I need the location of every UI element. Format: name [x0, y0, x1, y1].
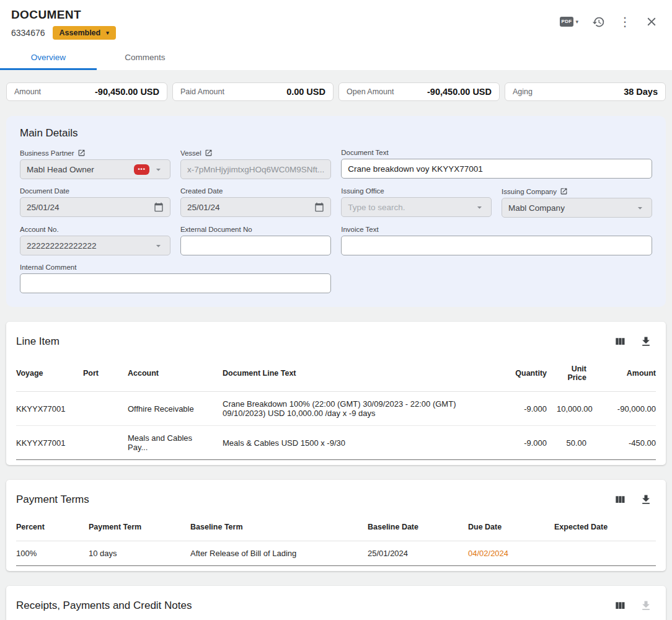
- summary-value: -90,450.00 USD: [95, 87, 159, 97]
- summary-cards: Amount -90,450.00 USD Paid Amount 0.00 U…: [6, 70, 666, 101]
- close-button[interactable]: [641, 11, 662, 32]
- vessel-value: x-7pMnHjyjimtxgHOq6WC0M9SNft...: [187, 165, 324, 174]
- cell-voyage: KKYYX77001: [16, 392, 78, 426]
- chevron-down-icon: [153, 241, 164, 251]
- more-options-chip[interactable]: •••: [134, 164, 149, 175]
- field-created-date: Created Date 25/01/24: [180, 187, 331, 218]
- issuing-office-placeholder: Type to search.: [348, 203, 471, 212]
- summary-value: 38 Days: [624, 87, 658, 97]
- view-columns-icon: [614, 494, 626, 506]
- main-details-title: Main Details: [20, 127, 652, 140]
- created-date-label: Created Date: [180, 187, 223, 195]
- col-account[interactable]: Account: [123, 355, 218, 392]
- open-in-new-icon[interactable]: [77, 149, 86, 157]
- document-date-input[interactable]: 25/01/24: [20, 197, 170, 217]
- field-invoice-text: Invoice Text: [341, 226, 652, 255]
- pdf-export-button[interactable]: PDF ▾: [556, 13, 582, 30]
- download-icon: [640, 494, 652, 506]
- receipts-section: Receipts, Payments and Credit Notes Docu…: [6, 586, 666, 620]
- tab-overview[interactable]: Overview: [0, 46, 97, 70]
- document-text-label: Document Text: [341, 149, 389, 156]
- tab-comments[interactable]: Comments: [97, 46, 193, 70]
- receipts-title: Receipts, Payments and Credit Notes: [16, 600, 192, 612]
- issuing-company-select[interactable]: Mabl Company: [502, 198, 652, 218]
- field-account-no: Account No. 222222222222222: [20, 226, 170, 255]
- summary-card-amount: Amount -90,450.00 USD: [6, 82, 167, 101]
- calendar-icon[interactable]: [154, 202, 164, 212]
- cell-port: [78, 392, 123, 426]
- cell-port: [78, 426, 123, 460]
- columns-button[interactable]: [610, 332, 630, 352]
- invoice-text-label: Invoice Text: [341, 226, 379, 233]
- col-baseline-date[interactable]: Baseline Date: [363, 513, 463, 541]
- download-icon: [640, 335, 652, 348]
- document-date-value: 25/01/24: [27, 203, 150, 212]
- col-unit-price[interactable]: Unit Price: [552, 355, 591, 392]
- issuing-office-label: Issuing Office: [341, 187, 384, 195]
- cell-baseline-date: 25/01/2024: [363, 541, 463, 566]
- kebab-menu-button[interactable]: ⋮: [615, 12, 635, 32]
- open-in-new-icon[interactable]: [205, 149, 213, 157]
- field-internal-comment: Internal Comment: [20, 264, 331, 293]
- chevron-down-icon: [474, 202, 485, 213]
- history-button[interactable]: [588, 12, 609, 32]
- col-baseline-term[interactable]: Baseline Term: [185, 513, 363, 541]
- col-voyage[interactable]: Voyage: [16, 355, 78, 392]
- col-amount[interactable]: Amount: [591, 355, 656, 392]
- status-badge[interactable]: Assembled ▾: [53, 26, 116, 40]
- summary-label: Amount: [14, 87, 41, 96]
- page-title: DOCUMENT: [11, 8, 116, 22]
- field-business-partner: Business Partner Mabl Head Owner •••: [20, 149, 170, 179]
- history-icon: [592, 16, 605, 29]
- external-document-no-label: External Document No: [180, 226, 252, 233]
- cell-document-line-text: Crane Breakdown 100% (22:00 (GMT) 30/09/…: [218, 392, 500, 426]
- vessel-field[interactable]: x-7pMnHjyjimtxgHOq6WC0M9SNft...: [180, 159, 331, 179]
- field-issuing-office: Issuing Office Type to search.: [341, 187, 492, 218]
- payment-term-row[interactable]: 100% 10 days After Release of Bill of La…: [16, 541, 656, 566]
- status-badge-label: Assembled: [60, 29, 101, 37]
- cell-baseline-term: After Release of Bill of Lading: [185, 541, 363, 566]
- line-item-row[interactable]: KKYYX77001 Meals and Cables Pay... Meals…: [16, 426, 656, 460]
- business-partner-select[interactable]: Mabl Head Owner •••: [20, 159, 170, 179]
- view-columns-icon: [614, 335, 626, 348]
- summary-label: Open Amount: [347, 87, 394, 96]
- external-document-no-input[interactable]: [180, 236, 331, 255]
- document-text-input[interactable]: Crane breakdown voy KKYYX77001: [341, 159, 652, 179]
- col-port[interactable]: Port: [78, 355, 123, 392]
- cell-document-line-text: Meals & Cables USD 1500 x -9/30: [218, 426, 500, 460]
- download-button[interactable]: [636, 332, 656, 352]
- table-header-row: Percent Payment Term Baseline Term Basel…: [16, 513, 656, 541]
- line-item-table: Voyage Port Account Document Line Text Q…: [16, 355, 656, 460]
- internal-comment-input[interactable]: [20, 273, 331, 293]
- account-no-select[interactable]: 222222222222222: [20, 236, 170, 255]
- field-document-text: Document Text Crane breakdown voy KKYYX7…: [341, 149, 652, 179]
- account-no-value: 222222222222222: [27, 241, 149, 250]
- table-header-row: Voyage Port Account Document Line Text Q…: [16, 355, 656, 392]
- account-no-label: Account No.: [20, 226, 59, 233]
- col-payment-term[interactable]: Payment Term: [84, 513, 185, 541]
- col-percent[interactable]: Percent: [16, 513, 84, 541]
- cell-payment-term: 10 days: [84, 541, 185, 566]
- issuing-office-select[interactable]: Type to search.: [341, 197, 492, 217]
- col-due-date[interactable]: Due Date: [463, 513, 549, 541]
- tab-bar: Overview Comments: [0, 46, 672, 70]
- summary-card-paid-amount: Paid Amount 0.00 USD: [172, 82, 334, 101]
- payment-terms-table: Percent Payment Term Baseline Term Basel…: [16, 513, 656, 566]
- created-date-input[interactable]: 25/01/24: [180, 197, 331, 217]
- download-button[interactable]: [636, 490, 656, 510]
- invoice-text-input[interactable]: [341, 236, 652, 255]
- cell-quantity: -9.000: [500, 426, 552, 460]
- col-document-line-text[interactable]: Document Line Text: [218, 355, 500, 392]
- line-item-title: Line Item: [16, 335, 60, 348]
- cell-percent: 100%: [16, 541, 84, 566]
- issuing-company-value: Mabl Company: [508, 203, 631, 213]
- columns-button[interactable]: [610, 490, 630, 510]
- line-item-row[interactable]: KKYYX77001 Offhire Receivable Crane Brea…: [16, 392, 656, 426]
- cell-due-date: 04/02/2024: [463, 541, 549, 566]
- calendar-icon[interactable]: [314, 202, 324, 212]
- summary-label: Aging: [513, 87, 533, 96]
- columns-button[interactable]: [610, 596, 630, 616]
- open-in-new-icon[interactable]: [560, 187, 568, 195]
- col-quantity[interactable]: Quantity: [500, 355, 552, 392]
- col-expected-date[interactable]: Expected Date: [549, 513, 656, 541]
